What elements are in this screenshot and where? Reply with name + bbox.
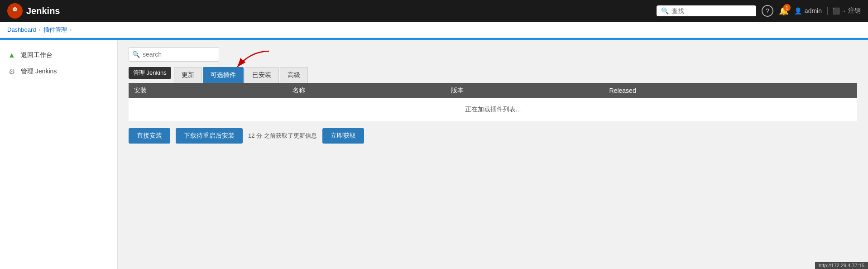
global-search-box[interactable]: 🔍 (657, 5, 756, 16)
breadcrumb-plugin-manage[interactable]: 插件管理 (43, 26, 67, 34)
svg-point-3 (15, 9, 16, 10)
filter-search-wrapper: 🔍 (129, 47, 219, 62)
plugin-table: 安装 名称 版本 Released 正在加载插件列表... (129, 83, 857, 121)
up-arrow-icon: ▲ (7, 51, 16, 60)
logout-icon: ⬛→ (832, 7, 846, 14)
app-title: Jenkins (26, 6, 60, 16)
install-now-button[interactable]: 直接安装 (129, 128, 170, 144)
update-info-text: 12 分 之前获取了更新信息 (248, 132, 317, 140)
logo-area: Jenkins (7, 3, 657, 19)
tabs-row: 管理 Jenkins 更新 可选插件 已安装 高级 (129, 67, 857, 83)
main-layout: ▲ 返回工作台 ⚙ 管理 Jenkins 🔍 (0, 40, 868, 269)
table-row-loading: 正在加载插件列表... (129, 98, 857, 121)
top-navigation: Jenkins 🔍 ? 🔔 1 👤 admin ⬛→ 注销 (0, 0, 868, 22)
col-name: 名称 (287, 83, 446, 98)
svg-point-2 (14, 9, 14, 10)
tab-available[interactable]: 可选插件 (203, 67, 244, 83)
sidebar: ▲ 返回工作台 ⚙ 管理 Jenkins (0, 40, 118, 269)
filter-search-input[interactable] (129, 47, 219, 62)
col-version: 版本 (446, 83, 604, 98)
action-row: 直接安装 下载待重启后安装 12 分 之前获取了更新信息 立即获取 (129, 121, 857, 144)
tab-advanced[interactable]: 高级 (280, 67, 308, 83)
sidebar-item-return-workspace[interactable]: ▲ 返回工作台 (0, 47, 117, 63)
user-area[interactable]: 👤 admin (794, 7, 822, 14)
top-nav-right: 🔍 ? 🔔 1 👤 admin ⬛→ 注销 (657, 5, 861, 17)
breadcrumb-sep-1: › (39, 26, 41, 33)
content-area: 🔍 管理 Jenkins 更新 可选插件 已安 (118, 40, 868, 269)
tab-installed[interactable]: 已安装 (245, 67, 279, 83)
notification-badge: 1 (783, 4, 791, 11)
loading-text: 正在加载插件列表... (129, 98, 857, 121)
col-install: 安装 (129, 83, 287, 98)
refresh-button[interactable]: 立即获取 (322, 128, 364, 144)
username-label: admin (805, 7, 822, 14)
breadcrumb: Dashboard › 插件管理 › (0, 22, 868, 38)
notification-button[interactable]: 🔔 1 (779, 6, 789, 16)
tab-updates[interactable]: 更新 (174, 67, 202, 83)
jenkins-logo-icon (7, 3, 23, 19)
sidebar-label-return: 返回工作台 (21, 51, 53, 59)
breadcrumb-sep-2: › (70, 26, 72, 33)
search-icon: 🔍 (661, 7, 669, 14)
global-search-input[interactable] (671, 7, 752, 14)
breadcrumb-dashboard[interactable]: Dashboard (7, 26, 36, 33)
tooltip-label: 管理 Jenkins (129, 67, 171, 79)
logout-button[interactable]: ⬛→ 注销 (827, 7, 861, 15)
help-button[interactable]: ? (762, 5, 773, 17)
sidebar-label-manage: 管理 Jenkins (21, 67, 57, 76)
status-bar: http://172.29.4.77:15 (815, 262, 868, 269)
logout-label: 注销 (848, 7, 861, 15)
install-after-restart-button[interactable]: 下载待重启后安装 (176, 128, 243, 144)
sidebar-item-manage-jenkins[interactable]: ⚙ 管理 Jenkins (0, 63, 117, 80)
status-url: http://172.29.4.77:15 (819, 263, 864, 268)
filter-search-icon: 🔍 (132, 51, 140, 58)
gear-icon: ⚙ (7, 67, 16, 76)
user-icon: 👤 (794, 7, 802, 14)
search-filter-row: 🔍 (129, 47, 857, 62)
col-released: Released (604, 83, 857, 98)
